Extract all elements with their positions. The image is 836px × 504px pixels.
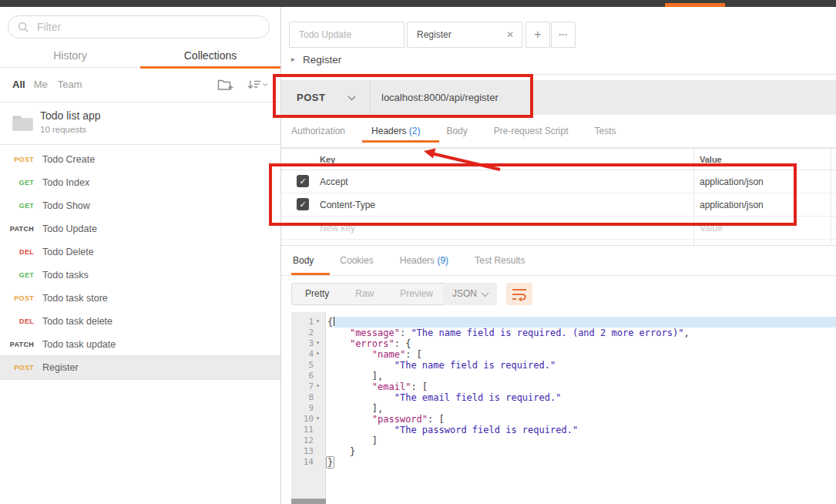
request-method-badge: POST [0,294,34,302]
add-tab-button[interactable]: + [525,22,550,48]
code-token [327,360,394,371]
open-tab-label: Register [417,29,452,40]
request-tab-tests[interactable]: Tests [594,126,616,136]
collection-name: Todo list app [40,109,101,122]
code-line: 8 "The email field is required." [281,392,836,403]
response-tab-body[interactable]: Body [293,255,314,266]
line-number: 1 [291,317,314,328]
code-token [327,392,394,403]
open-tab-todo-update[interactable]: Todo Update [289,22,405,48]
scope-me[interactable]: Me [34,79,48,90]
url-bar-divider [370,80,371,115]
header-key[interactable]: Content-Type [320,200,375,210]
text-cursor [334,317,334,326]
code-line: 1▾{ [281,317,836,328]
sort-icon[interactable] [247,79,268,90]
request-list-item-todo-index[interactable]: GETTodo Index [0,171,280,194]
new-folder-icon[interactable] [217,78,233,91]
tab-label: Headers [371,126,406,136]
url-input[interactable]: localhost:8000/api/register [381,80,499,115]
code-scrollbar[interactable] [291,499,326,504]
active-line-highlight [334,317,836,328]
code-text: "name": [ [327,349,422,360]
scope-all[interactable]: All [12,79,25,90]
collapse-caret-icon[interactable]: ▸ [291,55,295,63]
request-list-item-todo-task-update[interactable]: PATCHTodo task update [0,333,280,356]
tab-label: Tests [594,126,616,136]
code-text: "email": [ [327,381,428,392]
request-list-item-register[interactable]: POSTRegister [0,355,280,379]
request-tab-headers[interactable]: Headers (2) [371,126,420,136]
request-method-badge: PATCH [0,225,34,233]
new-value-placeholder[interactable]: Value [700,223,723,234]
request-name: Todo tasks [42,270,89,281]
wrap-lines-icon [512,287,527,301]
request-list-item-todo-task-delete[interactable]: DELTodo task delete [0,310,280,333]
filter-box[interactable] [8,15,270,39]
wrap-lines-button[interactable] [506,283,532,305]
request-list-item-todo-tasks[interactable]: GETTodo tasks [0,264,280,287]
response-tab-cookies[interactable]: Cookies [340,255,373,266]
tab-overflow-button[interactable]: ••• [551,22,576,48]
request-tab-authorization[interactable]: Authorization [291,126,345,136]
collection-item[interactable]: Todo list app 10 requests [0,102,280,145]
fold-arrow-icon[interactable]: ▾ [316,338,320,348]
close-tab-icon[interactable]: ✕ [506,22,514,47]
request-list-item-todo-create[interactable]: POSTTodo Create [0,148,280,171]
fold-arrow-icon[interactable]: ▾ [316,316,320,327]
active-tab-underline [362,140,439,143]
request-tab-body[interactable]: Body [446,126,467,136]
request-name: Todo Update [42,223,97,234]
open-tab-register[interactable]: Register ✕ [407,22,522,48]
tab-count-badge: (9) [435,255,448,266]
line-number: 12 [291,435,314,446]
request-section-header[interactable]: ▸ Register [281,49,836,75]
response-tab-headers[interactable]: Headers (9) [400,255,448,266]
header-key[interactable]: Accept [320,176,348,187]
code-token: : [ [428,414,445,425]
filter-input[interactable] [35,20,247,34]
line-number: 13 [291,446,314,457]
code-token: "password" [372,414,428,425]
tab-count-badge: (2) [406,126,420,136]
code-line: 7▾ "email": [ [281,381,836,392]
method-select[interactable]: POST [297,80,325,115]
format-select[interactable]: JSON [443,283,497,305]
header-checkbox[interactable]: ✓ [297,175,309,187]
format-label: JSON [452,283,477,305]
code-token: "The name field is required. (and 2 more… [411,328,683,338]
new-header-row[interactable]: New key Value [281,217,836,240]
request-list-item-todo-task-store[interactable]: POSTTodo task store [0,287,280,310]
view-mode-pretty[interactable]: Pretty [292,284,342,304]
request-list-item-todo-show[interactable]: GETTodo Show [0,194,280,217]
code-text: ], [327,403,383,414]
header-value[interactable]: application/json [700,200,764,210]
active-tab-underline [291,273,330,275]
fold-arrow-icon[interactable]: ▾ [316,413,320,424]
fold-arrow-icon[interactable]: ▾ [316,348,320,359]
code-text: "The password field is required." [327,425,578,435]
collection-request-count: 10 requests [40,125,86,134]
response-tab-test-results[interactable]: Test Results [475,255,525,266]
view-mode-preview[interactable]: Preview [387,284,446,304]
view-mode-raw[interactable]: Raw [342,284,387,304]
tab-history[interactable]: History [0,45,140,67]
tab-collections[interactable]: Collections [140,45,280,67]
value-column-header: Value [700,155,722,164]
request-tab-pre-request-script[interactable]: Pre-request Script [494,126,569,136]
new-key-placeholder[interactable]: New key [320,223,355,234]
header-value[interactable]: application/json [700,176,764,187]
response-body-viewer[interactable]: 1▾{2 "message": "The name field is requi… [281,312,836,504]
request-title: Register [303,54,341,66]
response-tabs: BodyCookiesHeaders (9)Test Results [281,245,836,276]
code-token: "The name field is required." [394,360,556,371]
request-list-item-todo-update[interactable]: PATCHTodo Update [0,217,280,240]
request-list-item-todo-delete[interactable]: DELTodo Delete [0,240,280,264]
code-text: "password": [ [327,414,445,425]
scope-team[interactable]: Team [58,79,82,90]
postman-window: History Collections All Me Team [0,0,836,504]
request-name: Todo Delete [42,247,94,257]
code-line: 11 "The password field is required." [281,425,836,435]
fold-arrow-icon[interactable]: ▾ [316,381,320,391]
header-checkbox[interactable]: ✓ [297,198,309,210]
